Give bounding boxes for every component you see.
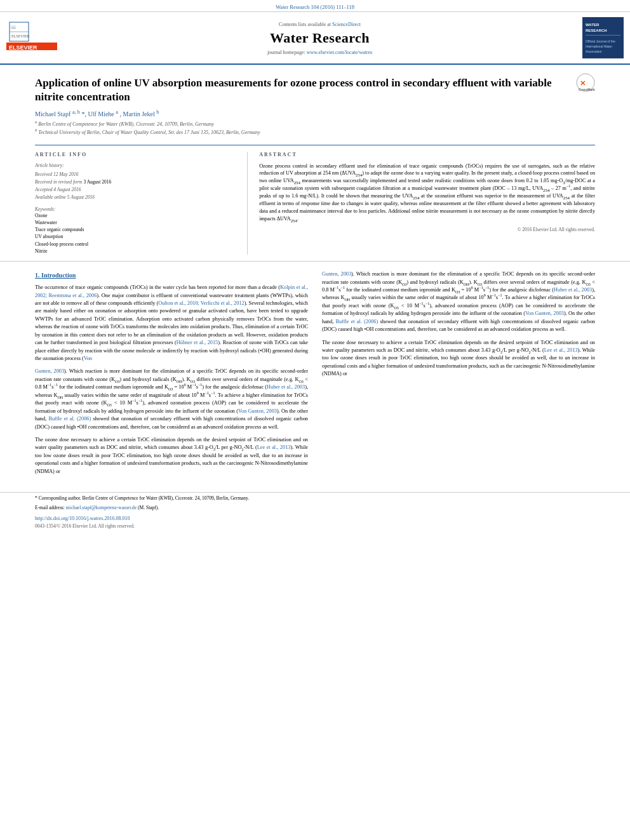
right-para-1: Gunten, 2003). Which reaction is more do… [322,270,595,334]
ref-von-gunten[interactable]: Von [84,356,92,361]
footnote-section: * Corresponding author. Berlin Centre of… [0,492,630,529]
ref-huber-right[interactable]: Huber et al., 2003 [554,287,592,293]
issn-line: 0043-1354/© 2016 Elsevier Ltd. All right… [35,523,595,529]
svg-text:Association: Association [586,50,602,53]
author-miehe-affil: a [116,109,118,115]
email-link[interactable]: michael.stapf@kompetenz-wasser.de [66,505,137,510]
svg-text:International Water: International Water [586,44,612,48]
body-two-col: 1. Introduction The occurrence of trace … [35,270,595,481]
article-history-label: Article history: [35,163,236,168]
received-row: Received 12 May 2016 [35,171,236,177]
ref-hubner[interactable]: Hübner et al., 2015 [177,340,218,345]
author-stapf: Michael Stapf [35,110,70,117]
water-research-badge-container: WATER RESEARCH Official Journal of the I… [582,17,624,58]
ref-gunten-2003[interactable]: Gunten, 2003 [35,368,64,374]
affiliation-a: a Berlin Centre of Competence for Water … [35,121,595,128]
water-research-badge: WATER RESEARCH Official Journal of the I… [582,17,624,58]
article-title-text: Application of online UV absorption meas… [35,77,551,103]
keywords-section: Keywords: Ozone Wastewater Trace organic… [35,206,236,255]
body-right-col: Gunten, 2003). Which reaction is more do… [322,270,595,481]
author-stapf-affil: a, b [72,109,80,115]
affiliation-b: b Technical University of Berlin, Chair … [35,129,595,136]
authors-line: Michael Stapf a, b *, Ulf Miehe a , Mart… [35,110,595,117]
journal-header-center: Contents lists available at ScienceDirec… [64,17,576,58]
svg-text:✕: ✕ [580,79,586,87]
top-bar: Water Research 104 (2016) 111–118 [0,0,630,12]
abstract-text: Ozone process control in secondary efflu… [259,163,595,223]
accepted-row: Accepted 4 August 2016 [35,186,236,192]
ref-oulton[interactable]: Oulton et al., 2010; Verlicchi et al., 2… [158,300,244,306]
introduction-heading: 1. Introduction [35,270,308,280]
author-stapf-marker: *, [81,110,88,117]
svg-text:ELSEVIER: ELSEVIER [11,34,29,38]
journal-title: Water Research [64,30,576,46]
received-revised-row: Received in revised form 3 August 2016 [35,178,236,185]
ref-von-gunten-right[interactable]: Von Gunten, 2003 [525,310,564,316]
page: Water Research 104 (2016) 111–118 ELSEVI… [0,0,630,840]
svg-text:WATER: WATER [586,23,600,27]
keywords-label: Keywords: [35,206,236,212]
crossmark-icon[interactable]: ✕ CrossMark [576,73,595,96]
svg-text:ELSEVIER: ELSEVIER [9,44,37,51]
ref-lee-right[interactable]: Lee et al., 2013 [544,347,578,353]
intro-para-2: Gunten, 2003). Which reaction is more do… [35,368,308,431]
svg-text:Official Journal of the: Official Journal of the [586,39,615,43]
footnote-email: E-mail address: michael.stapf@kompetenz-… [35,505,595,512]
journal-reference: Water Research 104 (2016) 111–118 [276,4,354,10]
available-row: Available online 5 August 2016 [35,194,236,200]
keyword-closed-loop: Closed-loop process control [35,241,236,248]
intro-para-1: The occurrence of trace organic compound… [35,284,308,363]
footnote-corresponding: * Corresponding author. Berlin Centre of… [35,495,595,502]
svg-text:📖: 📖 [11,24,17,30]
ref-buffle[interactable]: Buffle et al. (2006) [48,416,91,422]
doi-link[interactable]: http://dx.doi.org/10.1016/j.watres.2016.… [35,516,130,521]
svg-text:RESEARCH: RESEARCH [586,29,607,32]
ref-buffle-right[interactable]: Buffle et al. (2006) [335,319,378,324]
copyright-line: © 2016 Elsevier Ltd. All rights reserved… [259,227,595,232]
keyword-troc: Trace organic compounds [35,226,236,233]
affiliations: a Berlin Centre of Competence for Water … [35,121,595,136]
body-left-col: 1. Introduction The occurrence of trace … [35,270,308,481]
right-para-2: The ozone dose necessary to achieve a ce… [322,339,595,378]
elsevier-logo: ELSEVIER 📖 ELSEVIER [6,20,57,55]
contents-available-line: Contents lists available at ScienceDirec… [64,21,576,27]
author-miehe: Ulf Miehe [88,110,114,117]
elsevier-logo-container: ELSEVIER 📖 ELSEVIER [6,17,57,58]
article-title: ✕ CrossMark Application of online UV abs… [35,76,595,104]
intro-para-3: The ozone dose necessary to achieve a ce… [35,436,308,476]
body-section: 1. Introduction The occurrence of trace … [0,262,630,487]
ref-gunten-right[interactable]: Gunten, 2003 [322,271,351,277]
svg-text:CrossMark: CrossMark [579,88,595,91]
abstract-column: ABSTRACT Ozone process control in second… [248,152,595,255]
ref-von-gunten-2[interactable]: Von Gunten, 2003 [238,408,277,414]
ref-huber[interactable]: Huber et al., 2003 [267,384,305,390]
svg-rect-9 [586,35,620,36]
homepage-line: journal homepage: www.elsevier.com/locat… [64,49,576,55]
article-info-abstract-section: ARTICLE INFO Article history: Received 1… [0,145,630,262]
keyword-ozone: Ozone [35,212,236,219]
ref-kolpin[interactable]: Kolpin et al., 2002; Reemtsma et al., 20… [35,284,308,298]
article-info-label: ARTICLE INFO [35,152,236,157]
keyword-uv: UV absorption [35,233,236,240]
keyword-nitrite: Nitrite [35,248,236,255]
author-jekel: Martin Jekel [123,110,155,117]
article-info-column: ARTICLE INFO Article history: Received 1… [35,152,248,255]
article-header: ✕ CrossMark Application of online UV abs… [0,65,630,145]
abstract-label: ABSTRACT [259,152,595,157]
journal-header: ELSEVIER 📖 ELSEVIER Contents lists avail… [0,12,630,65]
keyword-wastewater: Wastewater [35,219,236,226]
ref-lee[interactable]: Lee et al., 2013 [257,444,291,450]
author-jekel-affil: b [156,109,159,115]
